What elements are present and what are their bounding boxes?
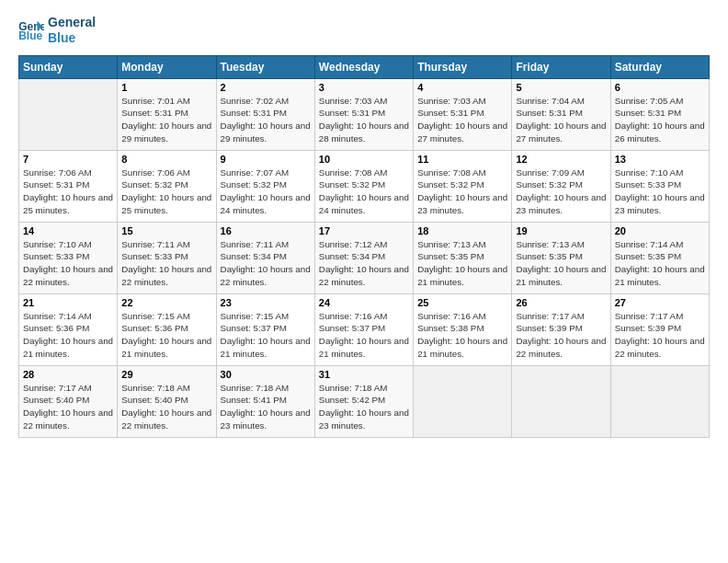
calendar-cell: 25 Sunrise: 7:16 AM Sunset: 5:38 PM Dayl… xyxy=(414,293,512,365)
daylight: Daylight: 10 hours and 22 minutes. xyxy=(121,263,211,288)
day-number: 10 xyxy=(319,154,409,165)
calendar-cell: 19 Sunrise: 7:13 AM Sunset: 5:35 PM Dayl… xyxy=(512,222,610,293)
daylight: Daylight: 10 hours and 21 minutes. xyxy=(417,263,507,288)
day-number: 21 xyxy=(23,297,113,308)
daylight: Daylight: 10 hours and 22 minutes. xyxy=(23,263,113,288)
day-number: 2 xyxy=(221,82,311,93)
day-number: 6 xyxy=(615,82,705,93)
day-info: Sunrise: 7:09 AM Sunset: 5:32 PM Dayligh… xyxy=(516,167,606,217)
sunset: Sunset: 5:38 PM xyxy=(417,322,507,335)
day-info: Sunrise: 7:18 AM Sunset: 5:42 PM Dayligh… xyxy=(319,382,409,432)
calendar-cell: 20 Sunrise: 7:14 AM Sunset: 5:35 PM Dayl… xyxy=(610,222,709,293)
day-number: 1 xyxy=(121,82,211,93)
day-info: Sunrise: 7:16 AM Sunset: 5:37 PM Dayligh… xyxy=(319,310,409,361)
header-saturday: Saturday xyxy=(610,55,709,78)
day-number: 15 xyxy=(121,225,211,236)
sunrise: Sunrise: 7:04 AM xyxy=(516,95,606,108)
calendar-cell: 28 Sunrise: 7:17 AM Sunset: 5:40 PM Dayl… xyxy=(19,365,118,437)
day-number: 13 xyxy=(615,154,705,165)
sunrise: Sunrise: 7:16 AM xyxy=(319,310,409,323)
week-row-3: 21 Sunrise: 7:14 AM Sunset: 5:36 PM Dayl… xyxy=(19,293,710,365)
calendar-cell: 2 Sunrise: 7:02 AM Sunset: 5:31 PM Dayli… xyxy=(216,78,314,150)
daylight: Daylight: 10 hours and 21 minutes. xyxy=(516,263,606,288)
sunset: Sunset: 5:33 PM xyxy=(23,250,113,263)
header-wednesday: Wednesday xyxy=(314,55,413,78)
day-info: Sunrise: 7:12 AM Sunset: 5:34 PM Dayligh… xyxy=(319,238,409,289)
day-number: 4 xyxy=(417,82,507,93)
sunset: Sunset: 5:34 PM xyxy=(221,250,311,263)
day-info: Sunrise: 7:11 AM Sunset: 5:33 PM Dayligh… xyxy=(121,238,211,289)
day-info: Sunrise: 7:08 AM Sunset: 5:32 PM Dayligh… xyxy=(417,167,507,217)
sunrise: Sunrise: 7:17 AM xyxy=(615,310,705,323)
sunset: Sunset: 5:31 PM xyxy=(221,107,311,120)
sunset: Sunset: 5:32 PM xyxy=(121,178,211,191)
calendar-cell: 30 Sunrise: 7:18 AM Sunset: 5:41 PM Dayl… xyxy=(216,365,314,437)
day-number: 28 xyxy=(23,369,113,380)
day-info: Sunrise: 7:14 AM Sunset: 5:36 PM Dayligh… xyxy=(23,310,113,361)
sunset: Sunset: 5:35 PM xyxy=(516,250,606,263)
day-number: 19 xyxy=(516,225,606,236)
calendar-cell: 29 Sunrise: 7:18 AM Sunset: 5:40 PM Dayl… xyxy=(118,365,216,437)
day-info: Sunrise: 7:03 AM Sunset: 5:31 PM Dayligh… xyxy=(417,95,507,145)
day-info: Sunrise: 7:17 AM Sunset: 5:39 PM Dayligh… xyxy=(615,310,705,361)
sunset: Sunset: 5:37 PM xyxy=(221,322,311,335)
sunrise: Sunrise: 7:09 AM xyxy=(516,167,606,179)
day-number: 7 xyxy=(23,154,113,165)
day-info: Sunrise: 7:07 AM Sunset: 5:32 PM Dayligh… xyxy=(221,167,311,217)
calendar-table: SundayMondayTuesdayWednesdayThursdayFrid… xyxy=(18,55,710,438)
calendar-cell: 17 Sunrise: 7:12 AM Sunset: 5:34 PM Dayl… xyxy=(314,222,413,293)
logo-icon: General Blue xyxy=(18,19,44,41)
calendar-cell: 9 Sunrise: 7:07 AM Sunset: 5:32 PM Dayli… xyxy=(216,150,314,222)
day-number: 26 xyxy=(516,297,606,308)
day-number: 3 xyxy=(319,82,409,93)
sunrise: Sunrise: 7:05 AM xyxy=(615,95,705,108)
header-tuesday: Tuesday xyxy=(216,55,314,78)
calendar-cell: 3 Sunrise: 7:03 AM Sunset: 5:31 PM Dayli… xyxy=(314,78,413,150)
calendar-cell: 31 Sunrise: 7:18 AM Sunset: 5:42 PM Dayl… xyxy=(314,365,413,437)
calendar-cell: 26 Sunrise: 7:17 AM Sunset: 5:39 PM Dayl… xyxy=(512,293,610,365)
sunrise: Sunrise: 7:13 AM xyxy=(417,238,507,251)
calendar-cell: 27 Sunrise: 7:17 AM Sunset: 5:39 PM Dayl… xyxy=(610,293,709,365)
sunrise: Sunrise: 7:18 AM xyxy=(319,382,409,395)
calendar-cell: 18 Sunrise: 7:13 AM Sunset: 5:35 PM Dayl… xyxy=(414,222,512,293)
daylight: Daylight: 10 hours and 27 minutes. xyxy=(516,120,606,144)
sunrise: Sunrise: 7:16 AM xyxy=(417,310,507,323)
day-number: 12 xyxy=(516,154,606,165)
sunrise: Sunrise: 7:15 AM xyxy=(221,310,311,323)
day-number: 9 xyxy=(221,154,311,165)
calendar-cell: 16 Sunrise: 7:11 AM Sunset: 5:34 PM Dayl… xyxy=(216,222,314,293)
week-row-2: 14 Sunrise: 7:10 AM Sunset: 5:33 PM Dayl… xyxy=(19,222,710,293)
day-number: 25 xyxy=(417,297,507,308)
daylight: Daylight: 10 hours and 21 minutes. xyxy=(615,263,705,288)
header-sunday: Sunday xyxy=(19,55,118,78)
header-monday: Monday xyxy=(118,55,216,78)
sunrise: Sunrise: 7:17 AM xyxy=(516,310,606,323)
sunset: Sunset: 5:32 PM xyxy=(319,178,409,191)
daylight: Daylight: 10 hours and 22 minutes. xyxy=(615,335,705,360)
calendar-cell: 12 Sunrise: 7:09 AM Sunset: 5:32 PM Dayl… xyxy=(512,150,610,222)
daylight: Daylight: 10 hours and 22 minutes. xyxy=(221,263,311,288)
daylight: Daylight: 10 hours and 26 minutes. xyxy=(615,120,705,144)
sunset: Sunset: 5:31 PM xyxy=(516,107,606,120)
day-info: Sunrise: 7:11 AM Sunset: 5:34 PM Dayligh… xyxy=(221,238,311,289)
week-row-0: 1 Sunrise: 7:01 AM Sunset: 5:31 PM Dayli… xyxy=(19,78,710,150)
calendar-cell: 14 Sunrise: 7:10 AM Sunset: 5:33 PM Dayl… xyxy=(19,222,118,293)
sunset: Sunset: 5:39 PM xyxy=(615,322,705,335)
day-number: 20 xyxy=(615,225,705,236)
daylight: Daylight: 10 hours and 22 minutes. xyxy=(121,407,211,431)
logo: General Blue General Blue xyxy=(18,15,96,46)
calendar-cell: 5 Sunrise: 7:04 AM Sunset: 5:31 PM Dayli… xyxy=(512,78,610,150)
sunset: Sunset: 5:31 PM xyxy=(23,178,113,191)
daylight: Daylight: 10 hours and 25 minutes. xyxy=(23,191,113,216)
day-info: Sunrise: 7:10 AM Sunset: 5:33 PM Dayligh… xyxy=(23,238,113,289)
sunset: Sunset: 5:32 PM xyxy=(417,178,507,191)
sunrise: Sunrise: 7:08 AM xyxy=(319,167,409,179)
week-row-1: 7 Sunrise: 7:06 AM Sunset: 5:31 PM Dayli… xyxy=(19,150,710,222)
daylight: Daylight: 10 hours and 24 minutes. xyxy=(319,191,409,216)
sunrise: Sunrise: 7:18 AM xyxy=(121,382,211,395)
day-info: Sunrise: 7:17 AM Sunset: 5:40 PM Dayligh… xyxy=(23,382,113,432)
daylight: Daylight: 10 hours and 23 minutes. xyxy=(319,407,409,431)
page: General Blue General Blue SundayMondayTu… xyxy=(0,0,728,563)
day-info: Sunrise: 7:04 AM Sunset: 5:31 PM Dayligh… xyxy=(516,95,606,145)
daylight: Daylight: 10 hours and 22 minutes. xyxy=(516,335,606,360)
